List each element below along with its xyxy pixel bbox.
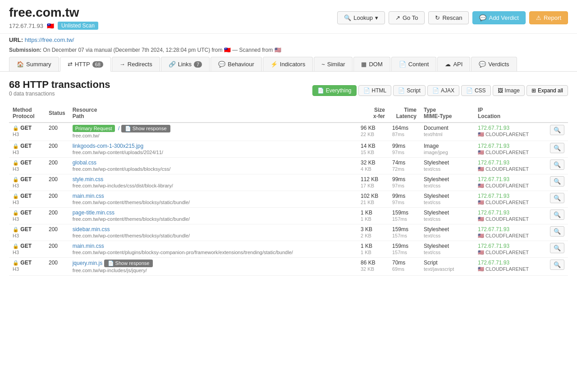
table-row: 🔒 GET H3 200 sidebar.min.css free.com.tw…	[9, 224, 568, 241]
filter-buttons: 📄 Everything 📄 HTML 📄 Script 📄 AJAX 📄 CS…	[312, 85, 568, 96]
tab-behaviour[interactable]: 💬 Behaviour	[211, 57, 262, 71]
magnify-button[interactable]: 🔍	[550, 125, 564, 135]
verdict-icon: 💬	[479, 14, 486, 21]
ip-link[interactable]: 172.67.71.93	[478, 226, 509, 232]
submission-text: On December 07 via manual (December 7th …	[43, 47, 222, 53]
tab-links[interactable]: 🔗 Links 7	[161, 57, 210, 71]
latency-sub: 97ms	[392, 183, 404, 188]
tab-content[interactable]: 📄 Content	[391, 57, 437, 71]
tab-indicators[interactable]: ⚡ Indicators	[263, 57, 313, 71]
filter-script[interactable]: 📄 Script	[393, 85, 426, 96]
add-verdict-button[interactable]: 💬 Add Verdict	[472, 11, 526, 24]
ip-link[interactable]: 172.67.71.93	[478, 176, 509, 182]
resource-cell: main.min.css free.com.tw/wp-content/plug…	[69, 241, 357, 258]
magnify-button[interactable]: 🔍	[550, 243, 564, 253]
resource-link[interactable]: linkgoods-com-1-300x215.jpg	[73, 143, 143, 149]
tab-api[interactable]: ☁ API	[437, 57, 470, 71]
comment-icon: 💬	[218, 61, 225, 68]
http-table: MethodProtocol Status ResourcePath Sizex…	[9, 104, 568, 276]
resource-link[interactable]: main.min.css	[73, 193, 104, 199]
protocol-value: H3	[13, 150, 19, 155]
type-cell: Image image/jpeg	[420, 141, 474, 158]
show-response-button[interactable]: 📄 Show response	[121, 125, 170, 132]
action-cell: 🔍	[546, 123, 568, 141]
magnify-button[interactable]: 🔍	[550, 260, 564, 270]
tab-dom[interactable]: ▦ DOM	[353, 57, 390, 71]
dropdown-icon: ▾	[375, 14, 378, 21]
lock-icon: 🔒	[13, 177, 19, 182]
resource-path: free.com.tw/wp-content/plugins/blocksy-c…	[73, 250, 293, 255]
filter-everything[interactable]: 📄 Everything	[312, 85, 357, 96]
tab-http[interactable]: ⇄ HTTP 68	[60, 57, 111, 72]
resource-link[interactable]: style.min.css	[73, 176, 104, 182]
url-link[interactable]: https://free.com.tw/	[25, 36, 74, 43]
expand-all-button[interactable]: ⊞ Expand all	[527, 85, 568, 96]
filter-css[interactable]: 📄 CSS	[461, 85, 491, 96]
lock-icon: 🔒	[13, 143, 19, 149]
ip-link[interactable]: 172.67.71.93	[478, 160, 509, 166]
type-cell: Stylesheet text/css	[420, 158, 474, 174]
method-value: GET	[20, 210, 32, 216]
lock-icon: 🔒	[13, 210, 19, 215]
table-row: 🔒 GET H3 200 jquery.min.js 📄 Show respon…	[9, 258, 568, 276]
top-bar: free.com.tw 172.67.71.93 🇹🇼 Unlisted Sca…	[0, 0, 577, 34]
col-action	[546, 104, 568, 123]
ip-link[interactable]: 172.67.71.93	[478, 260, 509, 266]
ip-link[interactable]: 172.67.71.93	[478, 243, 509, 249]
ip-cell: 172.67.71.93 🇺🇸 CLOUDFLARENET	[474, 158, 546, 174]
ip-link[interactable]: 172.67.71.93	[478, 125, 509, 131]
rescan-button[interactable]: ↻ Rescan	[428, 11, 469, 24]
ip-cell: 172.67.71.93 🇺🇸 CLOUDFLARENET	[474, 208, 546, 224]
method-cell: 🔒 GET H3	[9, 191, 45, 208]
magnify-button[interactable]: 🔍	[550, 226, 564, 237]
resource-link[interactable]: global.css	[73, 160, 96, 166]
filter-image[interactable]: 🖼 Image	[493, 85, 525, 96]
filter-html[interactable]: 📄 HTML	[358, 85, 392, 96]
ip-row: 172.67.71.93 🇹🇼 Unlisted Scan	[9, 22, 98, 30]
resource-link[interactable]: /	[118, 125, 119, 132]
action-cell: 🔍	[546, 241, 568, 258]
tab-redirects[interactable]: → Redirects	[112, 57, 160, 71]
lookup-icon: 🔍	[344, 14, 351, 21]
url-row: URL: https://free.com.tw/	[0, 34, 577, 46]
size-cell: 112 KB 17 KB	[357, 174, 389, 191]
time-cell: 99ms 97ms	[389, 174, 420, 191]
transactions-title: 68 HTTP transactions	[9, 79, 110, 91]
show-response-button[interactable]: 📄 Show response	[104, 260, 153, 267]
resource-link[interactable]: main.min.css	[73, 243, 104, 249]
magnify-button[interactable]: 🔍	[550, 176, 564, 187]
resource-link[interactable]: jquery.min.js	[73, 260, 102, 266]
script-icon: 📄	[398, 87, 405, 94]
report-button[interactable]: ⚠ Report	[529, 11, 568, 24]
ip-link[interactable]: 172.67.71.93	[478, 143, 509, 149]
verdicts-icon: 💬	[479, 61, 486, 68]
status-cell: 200	[45, 258, 69, 276]
resource-cell: jquery.min.js 📄 Show response free.com.t…	[69, 258, 357, 276]
resource-link[interactable]: page-title.min.css	[73, 210, 114, 216]
lookup-button[interactable]: 🔍 Lookup ▾	[337, 11, 385, 24]
tab-summary[interactable]: 🏠 Summary	[9, 57, 59, 71]
size-sub: 4 KB	[361, 166, 371, 172]
method-cell: 🔒 GET H3	[9, 258, 45, 276]
goto-button[interactable]: ↗ Go To	[389, 11, 425, 24]
magnify-button[interactable]: 🔍	[550, 193, 564, 203]
action-cell: 🔍	[546, 158, 568, 174]
resource-link[interactable]: sidebar.min.css	[73, 226, 110, 232]
magnify-button[interactable]: 🔍	[550, 143, 564, 153]
lock-icon: 🔒	[13, 160, 19, 165]
magnify-button[interactable]: 🔍	[550, 210, 564, 220]
ip-cell: 172.67.71.93 🇺🇸 CLOUDFLARENET	[474, 224, 546, 241]
tab-verdicts[interactable]: 💬 Verdicts	[471, 57, 517, 71]
resource-cell: sidebar.min.css free.com.tw/wp-content/t…	[69, 224, 357, 241]
magnify-button[interactable]: 🔍	[550, 160, 564, 170]
ip-link[interactable]: 172.67.71.93	[478, 210, 509, 216]
table-row: 🔒 GET H3 200 page-title.min.css free.com…	[9, 208, 568, 224]
table-row: 🔒 GET H3 200 global.css free.com.tw/wp-c…	[9, 158, 568, 174]
flag-us: 🇺🇸	[275, 47, 281, 53]
resource-path: free.com.tw/wp-content/themes/blocksy/st…	[73, 233, 190, 238]
ip-link[interactable]: 172.67.71.93	[478, 193, 509, 199]
filter-ajax[interactable]: 📄 AJAX	[427, 85, 459, 96]
method-cell: 🔒 GET H3	[9, 224, 45, 241]
tab-similar[interactable]: ~ Similar	[314, 57, 353, 71]
col-ip: IPLocation	[474, 104, 546, 123]
